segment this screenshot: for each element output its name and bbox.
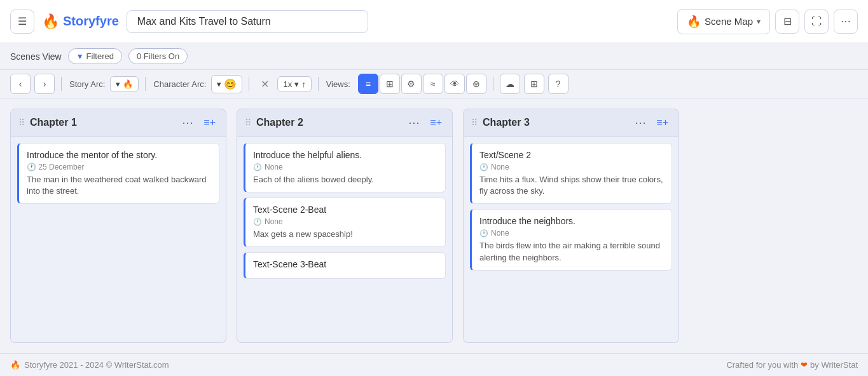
filtered-label: Filtered: [86, 51, 114, 61]
expand-icon: ⛶: [811, 16, 822, 27]
view-help-button[interactable]: ?: [548, 74, 568, 94]
filters-on-label: 0 Filters On: [137, 51, 179, 61]
hamburger-button[interactable]: ☰: [10, 10, 34, 34]
footer-flame-icon: 🔥: [10, 360, 20, 370]
scene-title: Text/Scene 2: [479, 150, 664, 160]
scene-card[interactable]: Introduce the helpful aliens. 🕐 None Eac…: [244, 143, 446, 192]
view-table-button[interactable]: ⊞: [524, 74, 544, 94]
footer-right: Crafted for you with ❤ by WriterStat: [726, 360, 858, 370]
clock-icon: 🕐: [253, 163, 262, 171]
chapter-2-menu-button[interactable]: ⋯: [406, 116, 422, 130]
view-atom-button[interactable]: ⊛: [466, 74, 486, 94]
footer-left: 🔥 Storyfyre 2021 - 2024 © WriterStat.com: [10, 360, 169, 370]
filters-on-badge[interactable]: 0 Filters On: [128, 48, 188, 64]
view-list-icon: ≡: [366, 79, 371, 89]
filter-icon: ▼: [76, 52, 84, 61]
next-icon: ›: [43, 79, 46, 89]
scene-date: 🕐 25 December: [27, 163, 211, 171]
scene-none-label: None: [265, 217, 283, 226]
scene-map-flame-icon: 🔥: [687, 15, 701, 29]
filtered-badge[interactable]: ▼ Filtered: [68, 48, 122, 64]
scene-meta: 🕐 None: [479, 163, 664, 171]
chapter-1-header: ⠿ Chapter 1 ⋯ ≡+: [10, 109, 226, 137]
scene-card[interactable]: Text/Scene 2 🕐 None Time hits a flux. Wi…: [470, 143, 672, 204]
heart-icon: ❤: [801, 360, 808, 370]
app-header: ☰ 🔥 Storyfyre Max and Kits Travel to Sat…: [0, 0, 868, 43]
scene-none-label: None: [491, 163, 509, 171]
scene-text: Each of the aliens bowed deeply.: [253, 174, 437, 185]
footer-right-text: Crafted for you with: [726, 360, 798, 370]
clock-icon: 🕐: [479, 163, 488, 171]
x-icon: ✕: [261, 78, 269, 90]
zoom-label: 1x: [283, 79, 292, 89]
scene-card[interactable]: Introduce the neighbors. 🕐 None The bird…: [470, 209, 672, 270]
view-settings-button[interactable]: ⚙: [401, 74, 422, 94]
view-eye-button[interactable]: 👁: [444, 74, 465, 94]
story-arc-select[interactable]: ▾ 🔥: [110, 76, 139, 92]
chapter-2-add-button[interactable]: ≡+: [427, 117, 444, 128]
zoom-select[interactable]: 1x ▾ ↑: [277, 76, 311, 92]
view-eye-icon: 👁: [450, 79, 459, 89]
chapter-1-add-button[interactable]: ≡+: [201, 117, 218, 128]
logo-flame-icon: 🔥: [42, 13, 59, 30]
char-arc-select[interactable]: ▾ 😊: [211, 75, 242, 93]
expand-button[interactable]: ⛶: [804, 10, 829, 34]
view-grid-button[interactable]: ⊞: [380, 74, 400, 94]
chapter-2-header: ⠿ Chapter 2 ⋯ ≡+: [237, 109, 453, 137]
view-help-icon: ?: [556, 79, 561, 89]
scene-title: Introduce the mentor of the story.: [27, 150, 211, 160]
clear-button[interactable]: ✕: [256, 75, 273, 93]
more-options-button[interactable]: ⋯: [834, 10, 858, 34]
chapter-3-body: Text/Scene 2 🕐 None Time hits a flux. Wi…: [463, 137, 679, 343]
divider-5: [493, 77, 493, 91]
view-settings-icon: ⚙: [407, 79, 415, 89]
logo-text: Storyfyre: [63, 14, 119, 29]
scene-title: Text-Scene 3-Beat: [253, 259, 437, 269]
grid-icon: ⊟: [783, 15, 792, 27]
chapter-3-column: ⠿ Chapter 3 ⋯ ≡+ Text/Scene 2 🕐 None Tim…: [463, 109, 679, 343]
chapter-1-title: Chapter 1: [30, 117, 174, 128]
hamburger-icon: ☰: [18, 15, 27, 27]
view-grid-icon: ⊞: [386, 79, 394, 89]
scenes-view-label: Scenes View: [10, 51, 62, 62]
chapter-3-menu-button[interactable]: ⋯: [632, 116, 649, 130]
clock-icon: 🕐: [27, 163, 36, 171]
chapter-3-add-button[interactable]: ≡+: [654, 117, 671, 128]
story-arc-label: Story Arc:: [69, 79, 105, 89]
scene-text: The man in the weathered coat walked bac…: [27, 174, 211, 197]
next-button[interactable]: ›: [34, 74, 55, 94]
view-waves-icon: ≈: [431, 79, 436, 89]
chapter-1-column: ⠿ Chapter 1 ⋯ ≡+ Introduce the mentor of…: [10, 109, 226, 343]
view-list-button[interactable]: ≡: [358, 74, 378, 94]
divider-3: [249, 77, 249, 91]
scene-title: Introduce the neighbors.: [479, 216, 664, 226]
divider-2: [145, 77, 146, 91]
scene-title: Text-Scene 2-Beat: [253, 205, 437, 215]
chapter-1-menu-button[interactable]: ⋯: [179, 116, 196, 130]
scene-card[interactable]: Text-Scene 2-Beat 🕐 None Max gets a new …: [244, 198, 446, 247]
drag-icon: ⠿: [471, 117, 478, 128]
zoom-up-icon: ↑: [301, 79, 306, 89]
prev-button[interactable]: ‹: [10, 74, 31, 94]
scene-meta: 🕐 None: [253, 163, 437, 171]
view-table-icon: ⊞: [530, 79, 538, 89]
more-icon: ⋯: [841, 15, 851, 27]
clock-icon: 🕐: [479, 229, 488, 238]
grid-view-button[interactable]: ⊟: [775, 10, 799, 34]
scene-card[interactable]: Text-Scene 3-Beat: [244, 252, 446, 279]
chapter-2-body: Introduce the helpful aliens. 🕐 None Eac…: [237, 137, 453, 343]
story-arc-flame-icon: 🔥: [123, 79, 133, 89]
scene-map-button[interactable]: 🔥 Scene Map ▾: [677, 9, 770, 34]
view-waves-button[interactable]: ≈: [423, 74, 443, 94]
view-cloud-button[interactable]: ☁: [500, 74, 520, 94]
logo[interactable]: 🔥 Storyfyre: [42, 13, 119, 30]
app-footer: 🔥 Storyfyre 2021 - 2024 © WriterStat.com…: [0, 353, 868, 376]
header-right-controls: 🔥 Scene Map ▾ ⊟ ⛶ ⋯: [677, 9, 858, 34]
scene-text: The birds flew into the air making a ter…: [479, 240, 664, 263]
scene-none-label: None: [491, 229, 509, 238]
chapter-2-column: ⠿ Chapter 2 ⋯ ≡+ Introduce the helpful a…: [237, 109, 453, 343]
divider-1: [61, 77, 62, 91]
story-arc-chevron-icon: ▾: [116, 79, 120, 89]
scene-meta: 🕐 None: [479, 229, 664, 238]
scene-card[interactable]: Introduce the mentor of the story. 🕐 25 …: [17, 143, 219, 204]
